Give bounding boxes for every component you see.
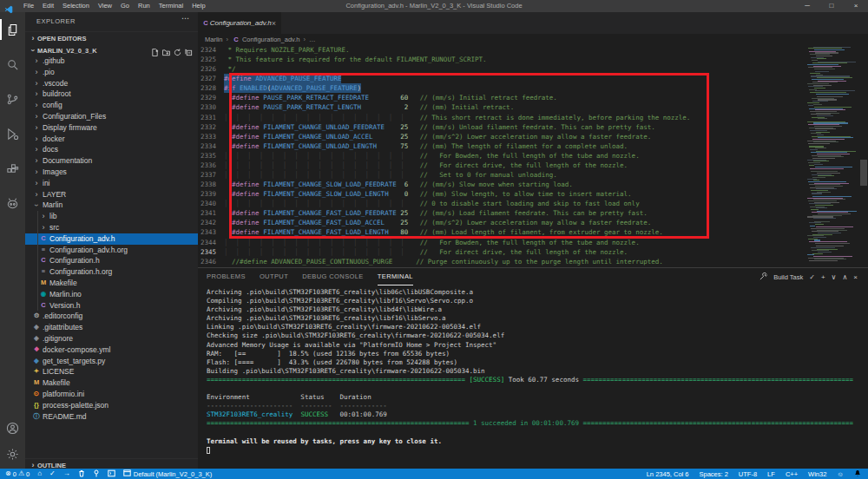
tree-folder-display-firmware[interactable]: ›Display firmware bbox=[25, 122, 198, 134]
tree-folder-marlin[interactable]: ›Marlin bbox=[25, 200, 198, 211]
tree-file-makefile[interactable]: MMakefile bbox=[25, 377, 198, 389]
tree-file--gitattributes[interactable]: ◈.gitattributes bbox=[25, 322, 198, 333]
tree-folder--github[interactable]: ›.github bbox=[25, 56, 198, 67]
tree-file-configuration-h-org[interactable]: ≡Configuration.h.org bbox=[25, 266, 198, 278]
pio-clean-icon[interactable] bbox=[78, 469, 85, 479]
menu-go[interactable]: Go bbox=[116, 0, 134, 12]
tree-file-get-test-targets-py[interactable]: ◆get_test_targets.py bbox=[25, 356, 198, 367]
sidebar-more-icon[interactable]: ⋯ bbox=[181, 14, 189, 23]
tree-folder-ini[interactable]: ›ini bbox=[25, 178, 198, 189]
status-ln[interactable]: Ln 2345, Col 6 bbox=[647, 470, 689, 478]
git-file-icon: ◈ bbox=[32, 322, 41, 333]
chevron-down-icon[interactable]: ∨ bbox=[832, 273, 837, 281]
feedback-smiley-icon[interactable]: ☺ bbox=[837, 470, 844, 478]
pio-build-icon[interactable]: ✓ bbox=[49, 469, 56, 479]
pio-test-icon[interactable] bbox=[93, 469, 100, 479]
breadcrumb-item[interactable]: Marlin bbox=[205, 36, 222, 43]
activity-account-icon[interactable] bbox=[0, 415, 25, 441]
close-panel-icon[interactable]: × bbox=[853, 273, 858, 281]
panel-tab-terminal[interactable]: TERMINAL bbox=[378, 268, 413, 285]
status-c++[interactable]: C++ bbox=[786, 470, 798, 478]
panel-tab-output[interactable]: OUTPUT bbox=[260, 268, 288, 285]
tree-file-configuration-adv-h[interactable]: CConfiguration_adv.h bbox=[25, 233, 198, 245]
minimap[interactable] bbox=[806, 45, 856, 267]
tree-file-platformio-ini[interactable]: ⊙platformio.ini bbox=[25, 389, 198, 400]
tree-file-process-palette-json[interactable]: {}process-palette.json bbox=[25, 400, 198, 411]
tree-folder-docker[interactable]: ›docker bbox=[25, 134, 198, 145]
tab-close-icon[interactable]: × bbox=[272, 19, 276, 28]
tree-folder--pio[interactable]: ›.pio bbox=[25, 67, 198, 78]
maximize-panel-icon[interactable]: ∧ bbox=[842, 273, 847, 281]
menu-help[interactable]: Help bbox=[187, 0, 209, 12]
new-terminal-icon[interactable]: + bbox=[821, 273, 825, 281]
activity-platformio-icon[interactable] bbox=[0, 186, 25, 220]
status-lf[interactable]: LF bbox=[767, 470, 775, 478]
menu-run[interactable]: Run bbox=[134, 0, 155, 12]
activity-run-debug-icon[interactable] bbox=[0, 116, 25, 151]
activity-search-icon[interactable] bbox=[0, 47, 25, 82]
problems-indicator[interactable]: ⊗0 ⚠0 bbox=[5, 469, 30, 479]
tree-folder-configuration-files[interactable]: ›Configuration_Files bbox=[25, 111, 198, 122]
breadcrumb-item[interactable]: Configuration_adv.h bbox=[242, 36, 300, 43]
menu-view[interactable]: View bbox=[94, 0, 116, 12]
menu-selection[interactable]: Selection bbox=[58, 0, 94, 12]
pio-terminal-icon[interactable] bbox=[108, 469, 115, 479]
code-text: //#define ADVANCED_PAUSE_CONTINUOUS_PURG… bbox=[224, 257, 663, 266]
menu-file[interactable]: File bbox=[19, 0, 38, 12]
status-spaces[interactable]: Spaces: 2 bbox=[700, 470, 728, 478]
terminal-line: Advanced Memory Usage is available via "… bbox=[207, 341, 865, 350]
code-line[interactable]: 2325 * This feature is required for the … bbox=[198, 55, 868, 64]
menu-edit[interactable]: Edit bbox=[38, 0, 58, 12]
tree-file--gitignore[interactable]: ◈.gitignore bbox=[25, 333, 198, 344]
tree-folder-config[interactable]: ›config bbox=[25, 100, 198, 111]
tree-folder-documentation[interactable]: ›Documentation bbox=[25, 155, 198, 167]
tree-file-configuration-h[interactable]: CConfiguration.h bbox=[25, 255, 198, 266]
code-line[interactable]: 2345│ │ │ │ │ │ │ │ │ │ │ │ │ │ │ │ // F… bbox=[198, 247, 868, 257]
editor-scrollbar[interactable] bbox=[859, 45, 868, 267]
pio-upload-icon[interactable]: → bbox=[63, 469, 70, 479]
activity-extensions-icon[interactable] bbox=[0, 151, 25, 186]
tree-folder-docs[interactable]: ›docs bbox=[25, 144, 198, 155]
maximize-button[interactable]: □ bbox=[819, 0, 844, 12]
code-line[interactable]: 2346 //#define ADVANCED_PAUSE_CONTINUOUS… bbox=[198, 257, 868, 266]
tree-file-configuration-adv-h-org[interactable]: ≡Configuration_adv.h.org bbox=[25, 245, 198, 256]
code-line[interactable]: 2344│ │ │ │ │ │ │ │ │ │ │ │ │ │ │ │ // F… bbox=[198, 238, 868, 247]
status-utf-8[interactable]: UTF-8 bbox=[739, 470, 757, 478]
breadcrumb-item[interactable]: … bbox=[309, 36, 316, 43]
code-line[interactable]: 2324 * Requires NOZZLE_PARK_FEATURE. bbox=[198, 45, 868, 55]
tree-file--editorconfig[interactable]: ⚙.editorconfig bbox=[25, 311, 198, 322]
panel-tab-problems[interactable]: PROBLEMS bbox=[207, 268, 246, 285]
close-button[interactable]: × bbox=[844, 0, 868, 12]
tree-file-readme-md[interactable]: ⓘREADME.md bbox=[25, 411, 198, 423]
scrollbar-thumb[interactable] bbox=[860, 160, 867, 186]
tree-file-makefile[interactable]: MMakefile bbox=[25, 278, 198, 289]
terminal-output[interactable]: Archiving .pio\build\STM32F103RET6_creal… bbox=[207, 288, 865, 469]
pio-home-icon[interactable]: ⌂ bbox=[37, 469, 42, 479]
tree-folder-images[interactable]: ›Images bbox=[25, 167, 198, 178]
tools-icon bbox=[760, 272, 767, 282]
status-win32[interactable]: Win32 bbox=[808, 470, 826, 478]
activity-settings-icon[interactable] bbox=[0, 441, 25, 467]
project-env-selector[interactable]: Default (Marlin_V2_0_3_K) bbox=[123, 469, 212, 478]
tree-file-marlin-ino[interactable]: ◉Marlin.ino bbox=[25, 289, 198, 300]
tree-folder--vscode[interactable]: ›.vscode bbox=[25, 78, 198, 89]
tree-file-docker-compose-yml[interactable]: ❖docker-compose.yml bbox=[25, 344, 198, 356]
minimize-button[interactable]: ─ bbox=[795, 0, 819, 12]
open-editors-section[interactable]: ›OPEN EDITORS bbox=[25, 31, 198, 43]
panel-tab-debug-console[interactable]: DEBUG CONSOLE bbox=[302, 268, 364, 285]
activity-source-control-icon[interactable] bbox=[0, 82, 25, 116]
tree-folder-buildroot[interactable]: ›buildroot bbox=[25, 89, 198, 100]
tree-file-license[interactable]: ✦LICENSE bbox=[25, 366, 198, 377]
tree-folder-src[interactable]: ›src bbox=[25, 222, 198, 233]
tree-folder-lib[interactable]: ›lib bbox=[25, 211, 198, 222]
tree-file-version-h[interactable]: CVersion.h bbox=[25, 300, 198, 312]
tab-configuration-adv[interactable]: C Configuration_adv.h × bbox=[198, 12, 281, 34]
tree-folder-layer[interactable]: ›LAYER bbox=[25, 189, 198, 200]
activity-explorer-icon[interactable] bbox=[0, 12, 25, 47]
task-label[interactable]: Build Task bbox=[773, 273, 803, 281]
minimap-line bbox=[810, 226, 815, 226]
menu-terminal[interactable]: Terminal bbox=[155, 0, 187, 12]
bottom-panel: PROBLEMSOUTPUTDEBUG CONSOLETERMINAL Buil… bbox=[198, 267, 868, 469]
check-icon[interactable]: ✓ bbox=[809, 273, 815, 281]
notifications-bell-icon[interactable] bbox=[854, 469, 861, 479]
